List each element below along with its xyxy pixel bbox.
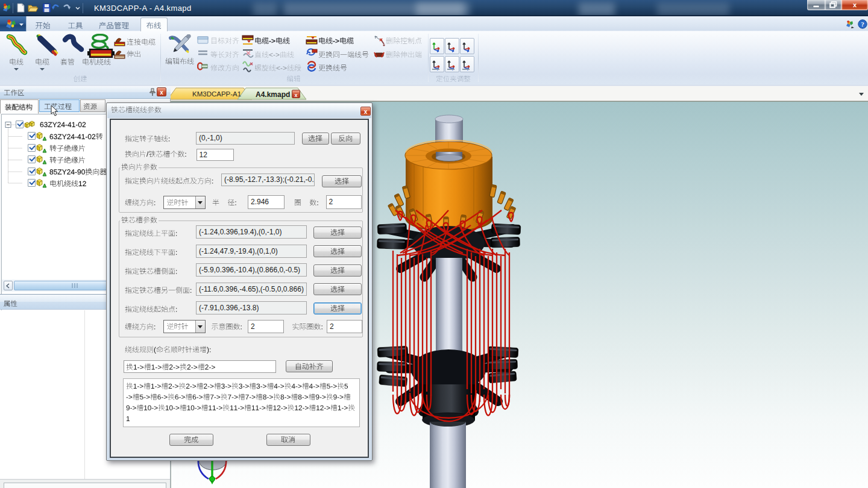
svg-text:x: x	[294, 92, 297, 98]
svg-text:x: x	[364, 108, 368, 115]
svg-text:?: ?	[861, 20, 864, 28]
svg-text:x: x	[853, 1, 857, 8]
